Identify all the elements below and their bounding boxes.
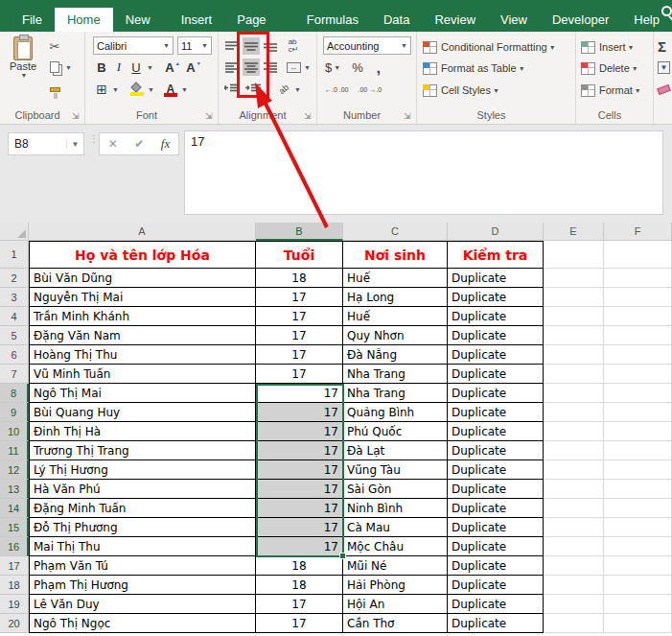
cell-D5[interactable]: Duplicate: [448, 326, 544, 345]
align-right-button[interactable]: [262, 59, 279, 76]
formula-bar-input[interactable]: 17: [184, 130, 663, 215]
cell-D4[interactable]: Duplicate: [448, 307, 544, 326]
cell-F5[interactable]: [604, 326, 672, 345]
row-header-16[interactable]: 16: [0, 537, 29, 556]
cut-button[interactable]: ✂: [46, 36, 63, 56]
cell-E12[interactable]: [544, 460, 604, 480]
fill-button[interactable]: ▼: [658, 58, 670, 77]
cell-E6[interactable]: [544, 345, 604, 365]
center-button[interactable]: [243, 59, 260, 76]
italic-button[interactable]: I: [110, 59, 127, 76]
tab-new-tab[interactable]: New Tab: [113, 8, 169, 32]
column-header-C[interactable]: C: [343, 223, 448, 241]
tab-home[interactable]: Home: [55, 8, 113, 32]
percent-style-button[interactable]: %: [352, 60, 363, 75]
cell-A11[interactable]: Trương Thị Trang: [29, 441, 256, 460]
cell-E14[interactable]: [544, 499, 604, 518]
column-header-A[interactable]: A: [29, 223, 256, 241]
clipboard-dialog-launcher-icon[interactable]: ⇲: [72, 111, 81, 121]
cell-D16[interactable]: Duplicate: [448, 537, 544, 556]
row-header-18[interactable]: 18: [0, 576, 29, 595]
cell-B6[interactable]: 17: [256, 345, 343, 365]
cell-D18[interactable]: Duplicate: [448, 576, 544, 595]
cell-C17[interactable]: Mũi Né: [343, 556, 448, 576]
font-color-button[interactable]: A: [162, 81, 179, 98]
number-format-combo[interactable]: Accounting▼: [323, 36, 411, 55]
cell-E10[interactable]: [544, 422, 604, 441]
cell-A10[interactable]: Đinh Thị Hà: [29, 422, 256, 441]
clear-button[interactable]: [658, 80, 670, 99]
cell-D11[interactable]: Duplicate: [448, 441, 544, 460]
cell-D2[interactable]: Duplicate: [448, 269, 544, 288]
column-header-F[interactable]: F: [604, 223, 672, 241]
cell-F14[interactable]: [604, 499, 672, 518]
row-header-20[interactable]: 20: [0, 614, 29, 633]
currency-button[interactable]: $: [325, 60, 332, 75]
cell-C13[interactable]: Sài Gòn: [343, 480, 448, 499]
decrease-decimal-button[interactable]: .00 →.0: [359, 86, 382, 93]
cell-F12[interactable]: [604, 460, 672, 480]
cell-A18[interactable]: Phạm Thị Hương: [29, 576, 256, 595]
currency-dropdown-arrow[interactable]: ▼: [334, 64, 340, 71]
row-header-9[interactable]: 9: [0, 403, 29, 422]
cell-C6[interactable]: Đà Nẵng: [343, 345, 448, 365]
underline-dropdown-arrow[interactable]: ▼: [147, 64, 153, 71]
tab-view[interactable]: View: [488, 8, 540, 32]
cell-D8[interactable]: Duplicate: [448, 384, 544, 403]
cell-B8[interactable]: 17: [256, 384, 343, 403]
tab-insert[interactable]: Insert: [169, 8, 225, 32]
cancel-button[interactable]: ✕: [108, 137, 118, 151]
number-dialog-launcher-icon[interactable]: ⇲: [404, 111, 413, 121]
cell-E16[interactable]: [544, 537, 604, 556]
cell-E5[interactable]: [544, 326, 604, 345]
borders-dropdown-arrow[interactable]: ▼: [112, 86, 119, 93]
tab-formulas[interactable]: Formulas: [294, 8, 371, 32]
merge-center-dropdown-arrow[interactable]: ▼: [304, 64, 311, 71]
cell-C10[interactable]: Phú Quốc: [343, 422, 448, 441]
cell-F8[interactable]: [604, 384, 672, 403]
cell-F13[interactable]: [604, 480, 672, 499]
cell-C15[interactable]: Cà Mau: [343, 518, 448, 537]
row-header-15[interactable]: 15: [0, 518, 29, 537]
cell-B12[interactable]: 17: [256, 460, 343, 480]
select-all-corner[interactable]: [0, 223, 29, 241]
row-header-12[interactable]: 12: [0, 460, 29, 480]
cell-E19[interactable]: [544, 595, 604, 614]
cell-A3[interactable]: Nguyễn Thị Mai: [29, 288, 256, 307]
cell-E7[interactable]: [544, 365, 604, 384]
cell-B10[interactable]: 17: [256, 422, 343, 441]
tell-me-search-icon[interactable]: [661, 6, 672, 21]
row-header-8[interactable]: 8: [0, 384, 29, 403]
cell-D14[interactable]: Duplicate: [448, 499, 544, 518]
cell-D6[interactable]: Duplicate: [448, 345, 544, 365]
cell-F2[interactable]: [604, 269, 672, 288]
insert-cells-button[interactable]: Insert▼: [581, 37, 634, 57]
font-size-combo[interactable]: 11▼: [177, 36, 212, 55]
cell-F10[interactable]: [604, 422, 672, 441]
font-color-dropdown-arrow[interactable]: ▼: [181, 86, 188, 93]
cell-B19[interactable]: 17: [256, 595, 343, 614]
cell-C9[interactable]: Quảng Bình: [343, 403, 448, 422]
cell-F15[interactable]: [604, 518, 672, 537]
cell-C1[interactable]: Nơi sinh: [343, 241, 448, 269]
decrease-font-size-button[interactable]: A: [182, 59, 199, 76]
cell-C8[interactable]: Nha Trang: [343, 384, 448, 403]
cell-F6[interactable]: [604, 345, 672, 365]
tab-data[interactable]: Data: [371, 8, 422, 32]
cell-D20[interactable]: Duplicate: [448, 614, 544, 633]
row-header-2[interactable]: 2: [0, 269, 29, 288]
tab-page-layout[interactable]: Page Layout: [224, 8, 294, 32]
row-header-10[interactable]: 10: [0, 422, 29, 441]
increase-decimal-button[interactable]: ←.0 .00: [325, 86, 349, 93]
cell-A14[interactable]: Đặng Minh Tuấn: [29, 499, 256, 518]
cell-B15[interactable]: 17: [256, 518, 343, 537]
name-box[interactable]: B8 ▼: [8, 132, 84, 155]
cell-D1[interactable]: Kiểm tra: [448, 241, 544, 269]
cell-E8[interactable]: [544, 384, 604, 403]
cell-F20[interactable]: [604, 614, 672, 633]
cell-A6[interactable]: Hoàng Thị Thu: [29, 345, 256, 365]
cell-A8[interactable]: Ngô Thị Mai: [29, 384, 256, 403]
decrease-indent-button[interactable]: [223, 81, 241, 98]
row-header-19[interactable]: 19: [0, 595, 29, 614]
name-box-dropdown-arrow[interactable]: ▼: [66, 140, 83, 149]
